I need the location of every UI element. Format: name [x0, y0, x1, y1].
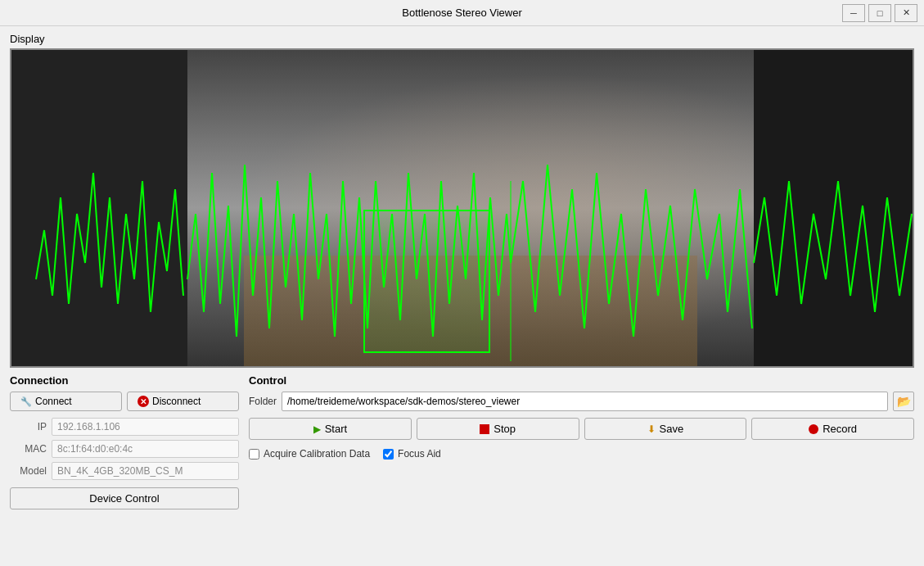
wrench-icon: 🔧	[20, 396, 32, 407]
control-title: Control	[249, 374, 914, 387]
folder-icon: 📂	[897, 395, 911, 408]
control-panel: Control Folder 📂 ▶ Start Stop ⬇	[249, 374, 914, 559]
connection-panel: Connection 🔧 Connect ✕ Disconnect IP MAC	[10, 374, 239, 559]
disconnect-button[interactable]: ✕ Disconnect	[127, 392, 239, 411]
acquire-calibration-item[interactable]: Acquire Calibration Data	[249, 448, 370, 460]
bottom-section: Connection 🔧 Connect ✕ Disconnect IP MAC	[10, 374, 914, 559]
focus-aid-checkbox[interactable]	[383, 449, 394, 460]
save-button[interactable]: ⬇ Save	[584, 418, 747, 440]
control-buttons: ▶ Start Stop ⬇ Save Record	[249, 418, 914, 440]
mac-field[interactable]	[52, 440, 239, 458]
device-control-button[interactable]: Device Control	[10, 487, 239, 509]
mac-label: MAC	[10, 443, 47, 455]
checkboxes-row: Acquire Calibration Data Focus Aid	[249, 448, 914, 460]
window-title: Bottlenose Stereo Viewer	[402, 7, 521, 19]
connection-title: Connection	[10, 374, 239, 387]
cam-center	[187, 50, 754, 366]
acquire-calibration-checkbox[interactable]	[249, 449, 259, 460]
display-label: Display	[10, 33, 914, 45]
video-area	[10, 48, 914, 368]
save-icon: ⬇	[647, 423, 656, 435]
acquire-calibration-label: Acquire Calibration Data	[264, 448, 370, 460]
main-content: Display	[0, 26, 924, 566]
model-label: Model	[10, 465, 47, 477]
model-row: Model	[10, 462, 239, 480]
folder-input[interactable]	[282, 392, 888, 411]
model-field[interactable]	[52, 462, 239, 480]
folder-label: Folder	[249, 396, 277, 407]
folder-row: Folder 📂	[249, 392, 914, 411]
start-icon: ▶	[313, 423, 321, 435]
minimize-button[interactable]: ─	[842, 4, 865, 22]
mac-row: MAC	[10, 440, 239, 458]
cam-right	[754, 50, 914, 366]
focus-aid-item[interactable]: Focus Aid	[383, 448, 441, 460]
close-button[interactable]: ✕	[895, 4, 917, 22]
ip-label: IP	[10, 421, 47, 432]
folder-browse-button[interactable]: 📂	[893, 392, 914, 411]
connection-buttons: 🔧 Connect ✕ Disconnect	[10, 392, 239, 411]
display-section: Display	[10, 33, 914, 368]
focus-aid-label: Focus Aid	[398, 448, 441, 460]
cam-left	[11, 50, 187, 366]
record-icon	[809, 424, 818, 434]
connect-button[interactable]: 🔧 Connect	[10, 392, 122, 411]
record-button[interactable]: Record	[751, 418, 914, 440]
x-icon: ✕	[137, 396, 149, 407]
title-bar: Bottlenose Stereo Viewer ─ □ ✕	[0, 0, 924, 26]
window-controls: ─ □ ✕	[842, 4, 917, 22]
ip-field[interactable]	[52, 418, 239, 436]
stop-icon	[480, 424, 489, 434]
ip-row: IP	[10, 418, 239, 436]
stop-button[interactable]: Stop	[417, 418, 579, 440]
start-button[interactable]: ▶ Start	[249, 418, 412, 440]
maximize-button[interactable]: □	[868, 4, 891, 22]
